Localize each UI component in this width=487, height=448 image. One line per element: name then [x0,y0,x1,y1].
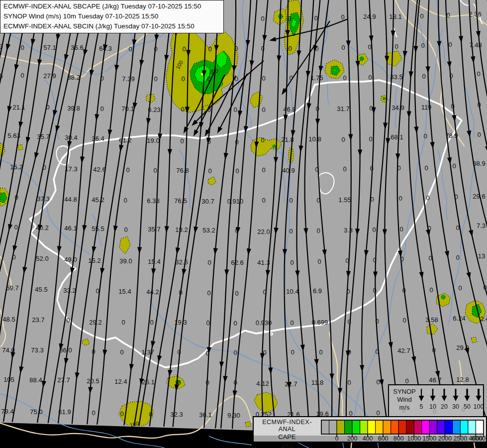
station-value: 0 [12,253,15,261]
ghost-station-zero: 0 [402,407,405,414]
title-synop-wind: SYNOP Wind (m/s) 10m Tuesday 07-10-2025 … [3,11,220,21]
station-value: 0 [177,348,181,356]
station-value: 0 [42,164,46,171]
station-value: 39.0 [119,257,132,265]
station-value: 42.7 [397,347,410,354]
station-value: 15.4 [118,288,131,295]
station-value: 76.8 [176,167,189,174]
station-value: 0 [376,378,380,386]
cape-tick-label: 0 [335,435,339,442]
station-value: 12.8 [456,376,469,383]
station-value: 0.930 [256,319,272,327]
station-value: 0 [399,225,403,233]
station-value: 0 [448,41,452,48]
weather-map-canvas: 100200100000024.918.1002.363057.136.664.… [0,0,487,448]
station-value: 53.2 [202,226,215,234]
station-value: 0 [263,349,266,356]
station-value: 0 [154,45,157,53]
station-value: 0 [126,166,129,174]
station-value: 0 [235,167,239,175]
station-value: 0 [368,43,371,51]
cape-tick-label: 6000 [472,435,486,442]
station-value: 0 [477,70,480,78]
station-value: 45.5 [35,286,47,293]
station-value: 33.2 [63,287,76,294]
wind-arrow-icon [430,396,436,401]
station-value: 37.3 [37,195,49,203]
station-value: 0 [317,258,321,265]
station-value: 0 [207,106,210,113]
station-value: 0 [123,197,127,204]
station-value: 39.8 [67,105,80,112]
station-value: 34.9 [391,104,404,112]
station-value: 29.0 [456,344,469,351]
station-value: 88.4 [29,376,42,384]
station-value: 5.63 [7,132,20,139]
station-value: 0 [402,317,406,324]
station-value: 0 [432,346,435,354]
station-value: 0 [421,42,424,49]
cape-tick-label: 600 [378,435,389,442]
weather-map: 100200100000024.918.1002.363057.136.664.… [0,0,487,448]
cape-color-cell [360,420,368,434]
station-value: 0 [20,44,24,51]
station-value: 0 [149,411,152,418]
station-value: 38.2 [67,74,80,81]
station-value: 74.0 [2,346,14,354]
station-value: 44.8 [64,196,77,203]
station-value: 0 [341,136,345,143]
station-value: 36.4 [92,135,104,142]
station-value: 1.37 [141,348,154,356]
cape-patch [360,57,364,61]
station-value: 75.0 [30,408,42,416]
wind-arrow-icon [453,396,459,401]
cape-color-cell [329,420,337,434]
cape-color-cell [445,420,453,434]
station-value: 48.5 [2,316,15,323]
station-value: 0 [343,74,346,82]
cape-tick-label: 400 [363,435,373,442]
station-value: 0 [456,224,459,231]
station-value: 27.9 [43,72,56,80]
station-value: 0 [124,226,127,233]
station-value: 46.7 [429,376,441,384]
station-value: 64.3 [99,45,111,52]
station-value: 0 [100,105,103,112]
station-value: 0 [315,105,319,112]
station-value: 0 [233,349,237,356]
station-value: 0 [235,138,238,146]
station-value: 0 [477,101,481,109]
station-value: 0 [375,348,379,355]
station-value: 105 [3,376,14,383]
station-value: 0 [373,287,376,294]
cape-colorbar: 0200400600800100015002000250040006000 [254,417,486,442]
station-value: 0 [234,75,238,83]
station-value: 55.5 [92,225,104,232]
wind-speed-label: 100 [474,403,483,410]
station-value: 0 [400,255,403,263]
station-value: 0 [92,348,95,355]
station-value: 32.5 [175,258,188,266]
cape-color-cell [468,420,476,434]
station-value: 0 [235,227,238,234]
station-value: 25.1 [142,378,154,386]
station-value: 29.6 [473,193,485,200]
station-value: 0 [234,45,238,52]
station-value: 0 [458,284,462,292]
cape-patch [245,422,251,427]
station-value: 0 [289,227,292,235]
station-value: 52.0 [36,255,48,262]
station-value: 119 [421,104,432,111]
station-value: 0 [181,106,184,113]
station-value: 36.1 [199,411,211,419]
station-value: 0 [373,256,376,264]
station-value: 0 [394,43,398,50]
station-value: 10.8 [308,135,321,143]
station-value: 0 [347,318,351,326]
station-value: 0 [180,137,184,145]
station-value: 0 [375,318,379,325]
station-value: 68.9 [473,160,485,167]
station-value: 1.75 [310,74,323,82]
station-value: 0 [150,319,153,326]
station-value: 0 [370,196,374,203]
